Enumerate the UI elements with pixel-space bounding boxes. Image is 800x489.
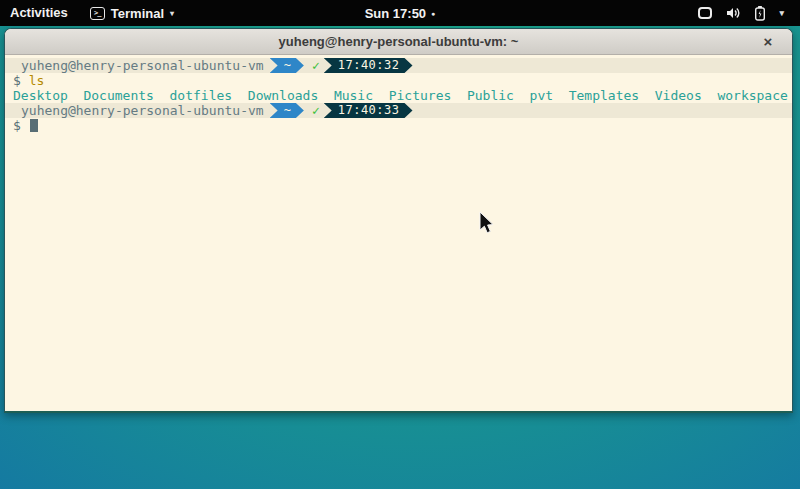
screen-share-icon: [698, 7, 712, 19]
app-menu-terminal[interactable]: >_ Terminal ▾: [80, 0, 184, 26]
shell-prompt-symbol: $: [13, 118, 21, 133]
chevron-down-icon: ▾: [170, 9, 174, 18]
terminal-icon: >_: [90, 7, 105, 20]
gnome-top-bar: Activities >_ Terminal ▾ Sun 17:50 ● ▾: [0, 0, 800, 26]
shell-prompt-symbol: $: [13, 73, 21, 88]
prompt-cwd-segment: ~: [270, 103, 304, 118]
prompt-line-2: yuheng@henry-personal-ubuntu-vm ~ ✓ 17:4…: [5, 103, 792, 118]
mouse-pointer-icon: [479, 211, 497, 237]
window-title: yuheng@henry-personal-ubuntu-vm: ~: [279, 34, 519, 49]
activities-button[interactable]: Activities: [0, 0, 80, 26]
terminal-content[interactable]: yuheng@henry-personal-ubuntu-vm ~ ✓ 17:4…: [5, 55, 792, 411]
battery-charging-icon: [754, 5, 766, 21]
ls-output-line: Desktop Documents dotfiles Downloads Mus…: [5, 88, 792, 103]
prompt-status-check-icon: ✓: [312, 58, 320, 73]
prompt-status-check-icon: ✓: [312, 103, 320, 118]
close-icon[interactable]: ×: [758, 32, 778, 52]
clock[interactable]: Sun 17:50: [365, 6, 426, 21]
prompt-time-segment: 17:40:32: [324, 58, 413, 73]
system-status-area[interactable]: ▾: [698, 5, 800, 21]
system-menu-caret-icon: ▾: [779, 8, 784, 18]
prompt-user: yuheng@henry-personal-ubuntu-vm: [13, 58, 264, 73]
volume-icon: [725, 5, 741, 21]
app-menu-label: Terminal: [111, 6, 164, 21]
text-cursor: [30, 119, 38, 132]
command-line-ls: $ ls: [5, 73, 792, 88]
prompt-line-1: yuheng@henry-personal-ubuntu-vm ~ ✓ 17:4…: [5, 58, 792, 73]
window-titlebar[interactable]: yuheng@henry-personal-ubuntu-vm: ~ ×: [5, 29, 792, 55]
notification-dot-icon: ●: [431, 10, 435, 17]
typed-command: ls: [29, 73, 45, 88]
prompt-cwd-segment: ~: [270, 58, 304, 73]
terminal-window: yuheng@henry-personal-ubuntu-vm: ~ × yuh…: [4, 28, 793, 413]
current-input-line[interactable]: $: [5, 118, 792, 133]
prompt-user: yuheng@henry-personal-ubuntu-vm: [13, 103, 264, 118]
prompt-time-segment: 17:40:33: [324, 103, 413, 118]
